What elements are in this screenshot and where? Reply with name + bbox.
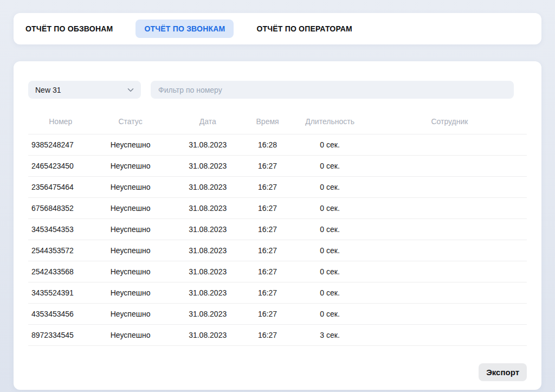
table-cell: 16:27 [248, 240, 288, 261]
table-cell: 8972334545 [28, 325, 93, 346]
table-cell: 31.08.2023 [168, 219, 248, 240]
table-cell: 0 сек. [287, 240, 372, 261]
table-cell: 0 сек. [287, 219, 372, 240]
table-cell: 16:27 [248, 156, 288, 177]
campaign-select-value: New 31 [35, 86, 61, 94]
column-header-duration: Длительность [287, 110, 372, 134]
column-header-number: Номер [28, 110, 93, 134]
table-cell: 31.08.2023 [168, 177, 248, 198]
table-cell: 31.08.2023 [168, 240, 248, 261]
table-cell: 3 сек. [287, 325, 372, 346]
tab-report-operators[interactable]: ОТЧЁТ ПО ОПЕРАТОРАМ [256, 20, 352, 38]
table-cell: Неуспешно [93, 282, 168, 304]
number-filter-input[interactable] [151, 81, 514, 99]
table-cell: 16:27 [248, 325, 288, 346]
table-cell: 3453454353 [28, 219, 93, 240]
filter-row: New 31 [28, 81, 527, 99]
table-row: 4353453456Неуспешно31.08.202316:270 сек. [28, 304, 527, 325]
table-cell: 31.08.2023 [168, 261, 248, 282]
table-row: 2465423450Неуспешно31.08.202316:270 сек. [28, 156, 527, 177]
table-row: 3435524391Неуспешно31.08.202316:270 сек. [28, 282, 527, 304]
table-cell [372, 198, 527, 219]
calls-table: Номер Статус Дата Время Длительность Сот… [28, 110, 527, 346]
calls-report-card: New 31 Номер Статус Дата Время Длительно… [14, 61, 541, 390]
table-cell [372, 304, 527, 325]
table-cell: Неуспешно [93, 156, 168, 177]
table-body: 9385248247Неуспешно31.08.202316:280 сек.… [28, 134, 527, 346]
table-cell: 2465423450 [28, 156, 93, 177]
table-cell: Неуспешно [93, 219, 168, 240]
table-cell: Неуспешно [93, 134, 168, 156]
table-cell: 31.08.2023 [168, 304, 248, 325]
campaign-select[interactable]: New 31 [28, 81, 141, 99]
table-cell: 0 сек. [287, 304, 372, 325]
table-row: 2544353572Неуспешно31.08.202316:270 сек. [28, 240, 527, 261]
header-row: Номер Статус Дата Время Длительность Сот… [28, 110, 527, 134]
table-cell [372, 240, 527, 261]
table-cell: 0 сек. [287, 282, 372, 304]
table-cell: 4353453456 [28, 304, 93, 325]
table-row: 6756848352Неуспешно31.08.202316:270 сек. [28, 198, 527, 219]
table-cell [372, 134, 527, 156]
export-row: Экспорт [28, 363, 527, 381]
column-header-time: Время [248, 110, 288, 134]
table-cell: 31.08.2023 [168, 134, 248, 156]
table-cell: 9385248247 [28, 134, 93, 156]
table-cell: Неуспешно [93, 304, 168, 325]
table-row: 2356475464Неуспешно31.08.202316:270 сек. [28, 177, 527, 198]
table-cell [372, 325, 527, 346]
table-cell [372, 219, 527, 240]
table-row: 9385248247Неуспешно31.08.202316:280 сек. [28, 134, 527, 156]
table-cell [372, 282, 527, 304]
table-cell: Неуспешно [93, 177, 168, 198]
table-cell: 0 сек. [287, 156, 372, 177]
chevron-down-icon [127, 88, 134, 92]
table-cell [372, 177, 527, 198]
table-cell: 2356475464 [28, 177, 93, 198]
table-cell: 2542433568 [28, 261, 93, 282]
table-cell: 16:27 [248, 219, 288, 240]
table-cell: 31.08.2023 [168, 325, 248, 346]
table-cell: 0 сек. [287, 134, 372, 156]
table-cell: 6756848352 [28, 198, 93, 219]
table-row: 3453454353Неуспешно31.08.202316:270 сек. [28, 219, 527, 240]
calls-table-head: Номер Статус Дата Время Длительность Сот… [28, 110, 527, 134]
table-cell: Неуспешно [93, 261, 168, 282]
column-header-status: Статус [93, 110, 168, 134]
table-cell: Неуспешно [93, 325, 168, 346]
table-cell: 31.08.2023 [168, 282, 248, 304]
table-cell: 16:27 [248, 177, 288, 198]
table-cell: 0 сек. [287, 198, 372, 219]
table-cell: 16:27 [248, 282, 288, 304]
table-cell: 16:28 [248, 134, 288, 156]
table-cell: 31.08.2023 [168, 198, 248, 219]
export-button[interactable]: Экспорт [479, 363, 527, 381]
table-cell: Неуспешно [93, 198, 168, 219]
tab-report-calls[interactable]: ОТЧЁТ ПО ЗВОНКАМ [135, 20, 234, 38]
table-cell: 0 сек. [287, 177, 372, 198]
column-header-date: Дата [168, 110, 248, 134]
report-tabbar: ОТЧЁТ ПО ОБЗВОНАМ ОТЧЁТ ПО ЗВОНКАМ ОТЧЁТ… [14, 13, 541, 44]
column-header-employee: Сотрудник [372, 110, 527, 134]
tab-report-dialing[interactable]: ОТЧЁТ ПО ОБЗВОНАМ [25, 20, 113, 38]
table-cell: 16:27 [248, 261, 288, 282]
table-cell [372, 156, 527, 177]
table-cell: 2544353572 [28, 240, 93, 261]
table-row: 8972334545Неуспешно31.08.202316:273 сек. [28, 325, 527, 346]
table-cell: Неуспешно [93, 240, 168, 261]
table-cell [372, 261, 527, 282]
table-cell: 31.08.2023 [168, 156, 248, 177]
table-cell: 3435524391 [28, 282, 93, 304]
table-cell: 16:27 [248, 198, 288, 219]
table-cell: 16:27 [248, 304, 288, 325]
table-cell: 0 сек. [287, 261, 372, 282]
table-row: 2542433568Неуспешно31.08.202316:270 сек. [28, 261, 527, 282]
